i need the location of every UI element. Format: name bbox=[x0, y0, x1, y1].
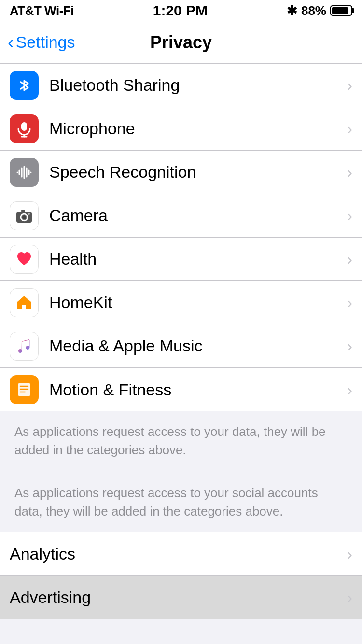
analytics-chevron-icon: › bbox=[347, 545, 352, 563]
bluetooth-symbol bbox=[15, 77, 33, 94]
settings-item-speech-recognition[interactable]: Speech Recognition › bbox=[0, 151, 362, 194]
microphone-label: Microphone bbox=[49, 119, 347, 138]
motion-fitness-icon-bg bbox=[10, 375, 39, 404]
svg-point-12 bbox=[22, 215, 26, 219]
speech-recognition-label: Speech Recognition bbox=[49, 163, 347, 182]
analytics-label: Analytics bbox=[10, 545, 347, 563]
camera-symbol bbox=[15, 207, 33, 224]
settings-item-homekit[interactable]: HomeKit › bbox=[0, 281, 362, 324]
waveform-symbol bbox=[15, 164, 33, 181]
chevron-right-icon: › bbox=[347, 250, 352, 268]
chevron-right-icon: › bbox=[347, 163, 352, 182]
camera-icon-bg bbox=[10, 201, 39, 230]
motion-symbol bbox=[15, 381, 33, 398]
music-icon-bg bbox=[10, 332, 39, 361]
bluetooth-sharing-label: Bluetooth Sharing bbox=[49, 76, 347, 95]
bluetooth-sharing-icon bbox=[10, 71, 39, 100]
svg-point-14 bbox=[28, 213, 30, 215]
settings-item-motion-fitness[interactable]: Motion & Fitness › bbox=[0, 368, 362, 411]
svg-rect-13 bbox=[21, 210, 25, 212]
media-music-label: Media & Apple Music bbox=[49, 336, 347, 355]
page-title: Privacy bbox=[150, 32, 212, 53]
svg-rect-0 bbox=[21, 122, 27, 131]
homekit-label: HomeKit bbox=[49, 293, 347, 312]
speech-recognition-icon-bg bbox=[10, 158, 39, 187]
chevron-right-icon: › bbox=[347, 293, 352, 312]
advertising-label: Advertising bbox=[10, 588, 347, 607]
settings-item-bluetooth-sharing[interactable]: Bluetooth Sharing › bbox=[0, 64, 362, 107]
settings-list: Bluetooth Sharing › Microphone › bbox=[0, 64, 362, 411]
advertising-chevron-icon: › bbox=[347, 588, 352, 607]
bottom-section: Analytics › Advertising › bbox=[0, 532, 362, 619]
home-symbol bbox=[15, 294, 33, 311]
settings-item-analytics[interactable]: Analytics › bbox=[0, 532, 362, 576]
time: 1:20 PM bbox=[153, 2, 208, 19]
settings-item-camera[interactable]: Camera › bbox=[0, 194, 362, 238]
health-icon-bg bbox=[10, 245, 39, 274]
footer-note-1: As applications request access to your d… bbox=[0, 411, 362, 471]
settings-item-health[interactable]: Health › bbox=[0, 238, 362, 281]
settings-item-microphone[interactable]: Microphone › bbox=[0, 107, 362, 151]
chevron-right-icon: › bbox=[347, 336, 352, 355]
health-label: Health bbox=[49, 250, 347, 268]
chevron-right-icon: › bbox=[347, 76, 352, 95]
bluetooth-status-icon: ✱ bbox=[287, 3, 297, 18]
homekit-icon-bg bbox=[10, 288, 39, 317]
heart-symbol bbox=[15, 251, 33, 268]
carrier-wifi: AT&T Wi-Fi bbox=[10, 3, 74, 18]
settings-item-advertising[interactable]: Advertising › bbox=[0, 576, 362, 619]
footer-note-2: As applications request access to your s… bbox=[0, 473, 362, 532]
back-chevron-icon: ‹ bbox=[8, 33, 14, 52]
nav-bar: ‹ Settings Privacy bbox=[0, 21, 362, 64]
status-bar: AT&T Wi-Fi 1:20 PM ✱ 88% bbox=[0, 0, 362, 21]
battery-percentage: 88% bbox=[301, 3, 326, 18]
battery-icon bbox=[330, 5, 352, 16]
back-label: Settings bbox=[16, 33, 75, 52]
chevron-right-icon: › bbox=[347, 119, 352, 138]
chevron-right-icon: › bbox=[347, 206, 352, 225]
camera-label: Camera bbox=[49, 206, 347, 225]
status-right: ✱ 88% bbox=[287, 3, 352, 18]
motion-fitness-label: Motion & Fitness bbox=[49, 380, 347, 399]
music-note-symbol bbox=[15, 337, 33, 355]
microphone-icon-bg bbox=[10, 114, 39, 143]
microphone-symbol bbox=[15, 120, 33, 138]
settings-item-media-music[interactable]: Media & Apple Music › bbox=[0, 324, 362, 368]
back-button[interactable]: ‹ Settings bbox=[8, 33, 75, 52]
chevron-right-icon: › bbox=[347, 380, 352, 399]
